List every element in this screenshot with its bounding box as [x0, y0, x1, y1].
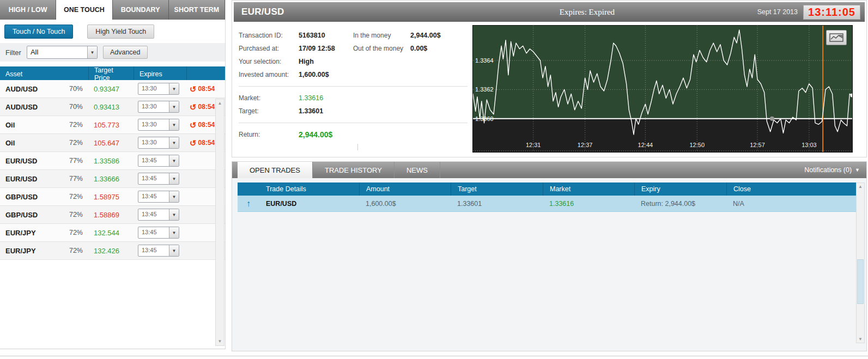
expires-select[interactable]: 13:30▼ — [138, 119, 179, 131]
symbol-title: EUR/USD — [234, 7, 284, 17]
scroll-up-icon[interactable]: ▲ — [858, 183, 863, 190]
expires-select[interactable]: 13:30▼ — [138, 101, 179, 113]
expires-value: 13:45 — [138, 155, 169, 166]
trade-close: N/A — [726, 196, 861, 211]
chart-type-button[interactable] — [826, 30, 847, 45]
countdown-time: 08:54 — [198, 139, 215, 147]
filter-label: Filter — [5, 48, 21, 57]
countdown-clock-icon: ↻ — [190, 85, 197, 93]
asset-name: AUD/USD — [5, 85, 38, 93]
trade-target: 1.33601 — [451, 196, 543, 211]
asset-row[interactable]: EUR/USD77%1.3358613:45▼ — [0, 152, 225, 170]
return-value: 2,944.00$ — [299, 130, 353, 139]
touch-mode-buttons: Touch / No Touch High Yield Touch — [0, 20, 225, 43]
open-trades-table: Trade Details Amount Target Market Expir… — [238, 182, 861, 212]
expires-select[interactable]: 13:45▼ — [138, 155, 179, 167]
expires-select[interactable]: 13:45▼ — [138, 209, 179, 221]
asset-table-body: AUD/USD70%0.9334713:30▼↻08:54AUD/USD70%0… — [0, 80, 225, 260]
tab-short-term[interactable]: SHORT TERM — [169, 0, 225, 20]
expires-value: 13:30 — [138, 101, 169, 112]
page-bottom-divider — [0, 356, 868, 356]
asset-name: EUR/JPY — [5, 229, 36, 237]
asset-table-scrollbar[interactable]: ▲ ▼ — [215, 99, 224, 346]
asset-target-price: 132.544 — [88, 229, 133, 237]
filter-select[interactable]: All ▼ — [27, 46, 98, 59]
line-chart-icon — [829, 33, 843, 42]
tab-trade-history[interactable]: TRADE HISTORY — [313, 162, 394, 178]
asset-row[interactable]: GBP/USD72%1.5897513:45▼ — [0, 188, 225, 206]
open-trades-scrollbar[interactable]: ▲ ▼ — [856, 182, 865, 343]
scroll-up-icon[interactable]: ▲ — [218, 99, 222, 107]
chevron-down-icon: ▼ — [169, 209, 179, 220]
asset-row[interactable]: EUR/JPY72%132.42613:45▼ — [0, 242, 225, 260]
asset-row[interactable]: Oil72%105.64713:30▼↻08:54 — [0, 134, 225, 152]
svg-text:12:44: 12:44 — [638, 142, 653, 148]
asset-row[interactable]: EUR/USD77%1.3366613:45▼ — [0, 170, 225, 188]
chevron-down-icon: ▼ — [169, 245, 179, 256]
high-yield-touch-button[interactable]: High Yield Touch — [87, 25, 154, 39]
asset-row[interactable]: EUR/JPY72%132.54413:45▼ — [0, 224, 225, 242]
asset-target-price: 1.58975 — [88, 193, 133, 201]
purchased-at-label: Purchased at: — [239, 45, 299, 52]
expires-select[interactable]: 13:30▼ — [138, 83, 179, 95]
tab-one-touch[interactable]: ONE TOUCH — [56, 0, 112, 20]
trades-tab-bar: OPEN TRADES TRADE HISTORY NEWS Notificat… — [232, 162, 866, 178]
svg-text:12:31: 12:31 — [526, 142, 541, 148]
col-trade-details: Trade Details — [259, 182, 359, 196]
expires-value: 13:45 — [138, 227, 169, 238]
trade-info-panel: EUR/USD Expires: Expired Sept 17 2013 13… — [232, 0, 867, 157]
tab-news[interactable]: NEWS — [394, 162, 440, 178]
asset-table-header: Asset Target Price Expires — [0, 66, 225, 80]
asset-payout: 77% — [69, 175, 83, 182]
svg-text:13:03: 13:03 — [802, 142, 817, 148]
advanced-button[interactable]: Advanced — [103, 46, 148, 59]
expires-select[interactable]: 13:45▼ — [138, 245, 179, 257]
expires-value: Expired — [589, 8, 615, 16]
scroll-down-icon[interactable]: ▼ — [858, 336, 863, 343]
scroll-down-icon[interactable]: ▼ — [218, 337, 222, 345]
open-trades-header: Trade Details Amount Target Market Expir… — [238, 182, 861, 196]
chevron-down-icon: ▼ — [855, 167, 860, 173]
col-asset: Asset — [0, 66, 88, 82]
asset-row[interactable]: GBP/USD72%1.5886913:45▼ — [0, 206, 225, 224]
tab-open-trades[interactable]: OPEN TRADES — [238, 162, 313, 178]
expires-select[interactable]: 13:30▼ — [138, 137, 179, 149]
asset-name: EUR/USD — [5, 175, 38, 183]
expires-select[interactable]: 13:45▼ — [138, 191, 179, 203]
expires-select[interactable]: 13:45▼ — [138, 227, 179, 239]
tab-boundary[interactable]: BOUNDARY — [113, 0, 169, 20]
asset-row[interactable]: AUD/USD70%0.9341313:30▼↻08:54 — [0, 98, 225, 116]
chevron-down-icon: ▼ — [87, 46, 97, 58]
transaction-id-value: 5163810 — [299, 32, 353, 39]
target-value: 1.33601 — [299, 107, 353, 115]
notifications-dropdown[interactable]: Notifications (0) ▼ — [804, 162, 860, 178]
countdown-clock-icon: ↻ — [190, 103, 197, 111]
current-date: Sept 17 2013 — [757, 8, 798, 16]
asset-row[interactable]: Oil72%105.77313:30▼↻08:54 — [0, 116, 225, 134]
col-market: Market — [543, 182, 634, 196]
chevron-down-icon: ▼ — [169, 83, 179, 94]
col-target: Target — [451, 182, 543, 196]
countdown-time: 08:54 — [198, 85, 215, 93]
asset-row[interactable]: AUD/USD70%0.9334713:30▼↻08:54 — [0, 80, 225, 98]
col-amount: Amount — [359, 182, 451, 196]
touch-no-touch-button[interactable]: Touch / No Touch — [4, 25, 73, 39]
expires-select[interactable]: 13:45▼ — [138, 173, 179, 185]
col-target-price: Target Price — [88, 66, 133, 82]
tab-high-low[interactable]: HIGH / LOW — [0, 0, 56, 20]
chevron-down-icon: ▼ — [169, 191, 179, 202]
asset-payout: 72% — [69, 139, 83, 147]
asset-target-price: 105.647 — [88, 139, 133, 147]
server-clock: 13:11:05 — [803, 5, 860, 20]
panel-resize-grip[interactable] — [357, 144, 358, 150]
svg-text:1.3364: 1.3364 — [475, 57, 494, 64]
open-trade-row[interactable]: ↑ EUR/USD 1,600.00$ 1.33601 1.33616 Retu… — [238, 196, 861, 212]
countdown-time: 08:54 — [198, 121, 215, 129]
price-chart-svg: 1.33641.33621.336012:3112:3712:4412:5012… — [473, 26, 852, 152]
in-the-money-label: In the money — [353, 32, 410, 39]
expires-status: Expires: Expired — [560, 8, 615, 17]
filter-bar: Filter All ▼ Advanced — [0, 43, 225, 62]
scroll-thumb[interactable] — [857, 259, 864, 304]
svg-text:1.3360: 1.3360 — [475, 115, 494, 122]
asset-name: AUD/USD — [5, 103, 38, 111]
